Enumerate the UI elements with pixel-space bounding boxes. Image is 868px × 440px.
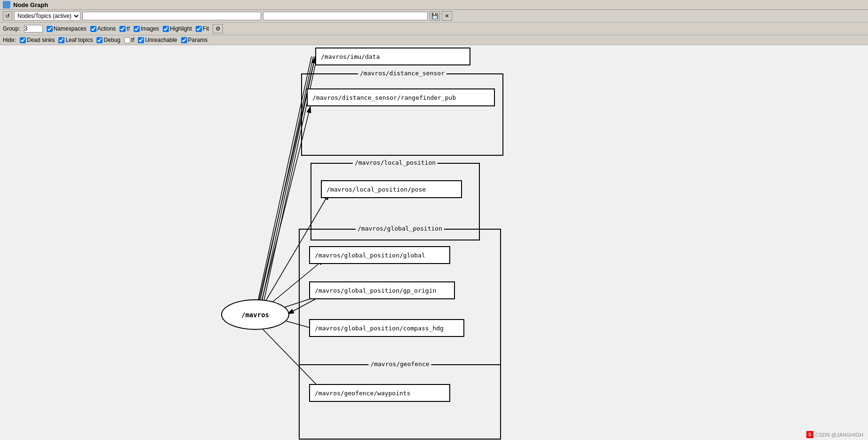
node-mavros[interactable]: /mavros xyxy=(221,299,289,330)
node-geofence-waypoints[interactable]: /mavros/geofence/waypoints xyxy=(309,384,450,402)
images-checkbox[interactable] xyxy=(134,26,140,32)
search-input-2[interactable] xyxy=(263,12,428,20)
actions-checkbox[interactable] xyxy=(90,26,96,32)
debug-label[interactable]: Debug xyxy=(96,37,120,43)
group-input[interactable] xyxy=(24,25,43,32)
fit-checkbox[interactable] xyxy=(196,26,202,32)
close-button[interactable]: ✕ xyxy=(442,11,452,21)
unreachable-label[interactable]: Unreachable xyxy=(138,37,177,43)
save-button[interactable]: 💾 xyxy=(430,11,440,21)
namespace-geofence-label: /mavros/geofence xyxy=(368,360,431,368)
settings-icon: ⚙ xyxy=(215,25,221,32)
node-imu-data[interactable]: /mavros/imu/data xyxy=(315,48,470,65)
settings-button[interactable]: ⚙ xyxy=(213,24,223,33)
leaf-topics-checkbox[interactable] xyxy=(58,37,64,43)
namespace-global-position: /mavros/global_position /mavros/global_p… xyxy=(299,229,501,365)
debug-checkbox[interactable] xyxy=(96,37,103,43)
close-icon: ✕ xyxy=(445,13,449,19)
namespace-local-position-label: /mavros/local_position xyxy=(353,159,438,166)
tf-checkbox-label[interactable]: tf xyxy=(119,25,130,32)
watermark-text: CSDN @JANGHIGH xyxy=(815,432,863,438)
tf-checkbox[interactable] xyxy=(119,26,126,32)
namespaces-checkbox[interactable] xyxy=(47,26,53,32)
node-global-position-compass-hdg[interactable]: /mavros/global_position/compass_hdg xyxy=(309,319,464,337)
title-bar: Node Graph xyxy=(0,0,868,10)
toolbar: ↺ Nodes/Topics (active) 💾 ✕ xyxy=(0,10,868,23)
view-mode-select[interactable]: Nodes/Topics (active) xyxy=(14,11,80,21)
node-distance-sensor-pub[interactable]: /mavros/distance_sensor/rangefinder_pub xyxy=(307,88,495,106)
hide-tf-label[interactable]: tf xyxy=(124,37,135,43)
highlight-checkbox[interactable] xyxy=(163,26,169,32)
highlight-checkbox-label[interactable]: Highlight xyxy=(163,25,192,32)
namespace-distance-sensor: /mavros/distance_sensor /mavros/distance… xyxy=(301,73,503,156)
app-icon xyxy=(3,1,10,8)
node-global-position-gp-origin[interactable]: /mavros/global_position/gp_origin xyxy=(309,281,455,299)
dead-sinks-checkbox[interactable] xyxy=(20,37,26,43)
node-local-position-pose[interactable]: /mavros/local_position/pose xyxy=(321,180,462,198)
namespace-geofence: /mavros/geofence /mavros/geofence/waypoi… xyxy=(299,364,501,440)
hide-label: Hide: xyxy=(3,37,16,43)
params-checkbox[interactable] xyxy=(181,37,187,43)
fit-checkbox-label[interactable]: Fit xyxy=(196,25,209,32)
node-global-position-global[interactable]: /mavros/global_position/global xyxy=(309,246,450,264)
hide-tf-checkbox[interactable] xyxy=(124,37,130,43)
graph-area[interactable]: /mavros/imu/data /mavros/distance_sensor… xyxy=(0,45,868,440)
leaf-topics-label[interactable]: Leaf topics xyxy=(58,37,93,43)
images-checkbox-label[interactable]: Images xyxy=(134,25,159,32)
unreachable-checkbox[interactable] xyxy=(138,37,144,43)
watermark-logo: S xyxy=(806,431,813,438)
actions-checkbox-label[interactable]: Actions xyxy=(90,25,116,32)
namespace-distance-sensor-label: /mavros/distance_sensor xyxy=(358,70,446,77)
params-label[interactable]: Params xyxy=(181,37,207,43)
watermark: S CSDN @JANGHIGH xyxy=(806,431,863,438)
window-title: Node Graph xyxy=(13,1,48,8)
namespace-global-position-label: /mavros/global_position xyxy=(356,225,444,232)
save-icon: 💾 xyxy=(431,13,438,19)
refresh-button[interactable]: ↺ xyxy=(3,11,12,21)
dead-sinks-label[interactable]: Dead sinks xyxy=(20,37,55,43)
hide-row: Hide: Dead sinks Leaf topics Debug tf Un… xyxy=(0,35,868,45)
search-input-1[interactable] xyxy=(82,12,261,20)
group-label: Group: xyxy=(3,25,20,32)
options-row: Group: Namespaces Actions tf Images High… xyxy=(0,23,868,35)
namespaces-checkbox-label[interactable]: Namespaces xyxy=(47,25,87,32)
